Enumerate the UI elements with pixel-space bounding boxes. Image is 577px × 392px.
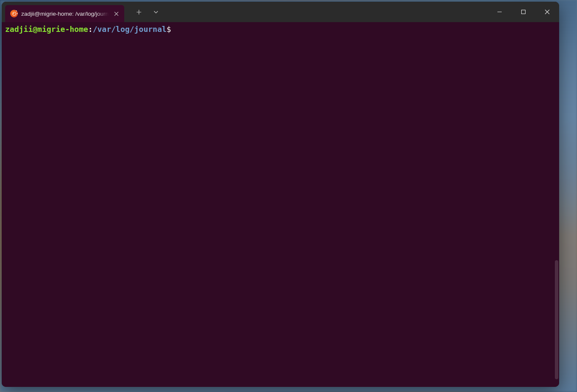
plus-icon [136,9,142,15]
maximize-button[interactable] [511,2,535,22]
new-tab-button[interactable] [131,4,146,20]
window-controls [488,2,559,22]
scrollbar-track[interactable] [554,22,559,387]
prompt-line: zadjii@migrie-home:/var/log/journal$ [5,25,556,34]
chevron-down-icon [153,9,159,15]
prompt-user-host: zadjii@migrie-home [5,25,88,34]
minimize-button[interactable] [488,2,511,22]
titlebar-drag-region[interactable] [167,2,488,22]
tab-dropdown-button[interactable] [148,4,163,20]
minimize-icon [497,9,502,14]
window-close-button[interactable] [535,2,559,22]
terminal-window: zadjii@migrie-home: /var/log/journal [2,2,559,387]
terminal-viewport[interactable]: zadjii@migrie-home:/var/log/journal$ [2,22,559,387]
scrollbar-thumb[interactable] [555,260,558,379]
tab-strip: zadjii@migrie-home: /var/log/journal [2,2,124,22]
tab-title: zadjii@migrie-home: /var/log/journal [21,11,109,17]
tab-active[interactable]: zadjii@migrie-home: /var/log/journal [5,5,124,22]
titlebar[interactable]: zadjii@migrie-home: /var/log/journal [2,2,559,22]
maximize-icon [521,9,526,14]
tabbar-actions [124,2,167,22]
close-icon [545,9,550,14]
tab-close-button[interactable] [112,10,120,17]
close-icon [114,11,119,16]
prompt-path: /var/log/journal [93,25,166,34]
prompt-symbol: $ [166,25,171,34]
svg-rect-0 [522,10,526,14]
prompt-separator: : [88,25,93,34]
ubuntu-icon [10,10,18,17]
